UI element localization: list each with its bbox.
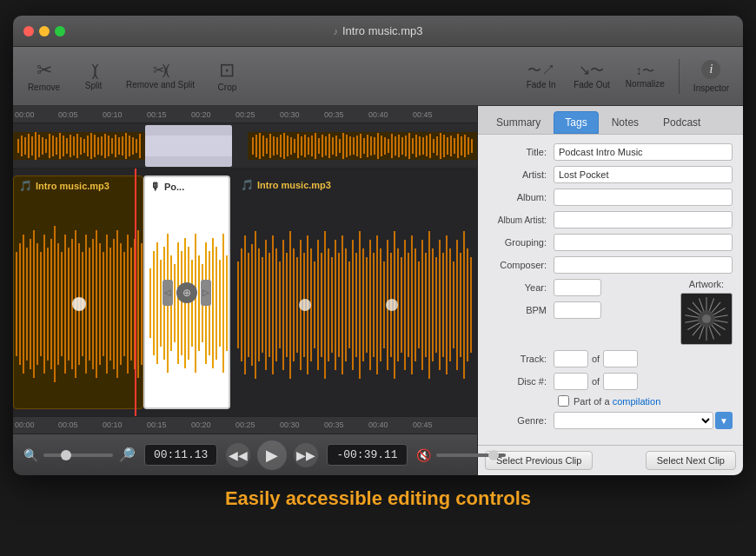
svg-point-234 [386,299,398,311]
handle-center[interactable]: ⊕ [176,282,197,303]
artwork-thumbnail[interactable] [680,293,733,345]
rewind-button[interactable]: ◀◀ [226,443,250,467]
clip-tracks[interactable]: 🎵 Intro music.mp3 [13,169,477,416]
volume-thumb[interactable] [488,450,499,460]
svg-rect-177 [279,261,281,348]
title-input[interactable] [554,143,733,161]
svg-rect-228 [456,240,458,370]
waveform-overview[interactable] [13,123,477,169]
album-field-row: Album: [488,189,733,206]
fast-forward-button[interactable]: ▶▶ [294,443,318,467]
select-next-clip-button[interactable]: Select Next Clip [646,451,736,470]
handle-right[interactable]: ▷ [201,280,211,306]
tab-podcast[interactable]: Podcast [652,111,712,134]
remove-and-split-button[interactable]: ✂)( Remove and Split [119,51,202,102]
zoom-thumb[interactable] [61,450,71,460]
title-label: Title: [488,147,554,157]
svg-rect-11 [52,136,54,156]
artist-field-row: Artist: [488,166,733,183]
minimize-button[interactable] [39,26,50,36]
artist-input[interactable] [554,166,733,183]
track-of-input[interactable] [603,350,638,367]
svg-rect-168 [248,253,249,357]
volume-icon[interactable]: 🔇 [416,448,431,462]
zoom-slider[interactable] [43,453,113,457]
svg-rect-145 [160,260,162,347]
svg-rect-31 [122,136,123,156]
disc-input[interactable] [554,373,588,390]
svg-rect-94 [440,133,441,159]
bpm-input[interactable] [554,301,601,319]
compilation-link[interactable]: compilation [613,396,661,407]
grouping-field-row: Grouping: [488,234,733,251]
svg-rect-118 [64,235,66,374]
svg-rect-89 [422,137,424,155]
svg-rect-181 [293,248,295,361]
svg-rect-113 [47,248,49,361]
composer-input[interactable] [554,256,733,274]
svg-rect-105 [19,243,21,365]
clip-center[interactable]: 🎙 Po... [143,175,230,409]
svg-rect-215 [411,235,413,374]
svg-rect-216 [414,248,416,361]
compilation-checkbox[interactable] [558,395,569,407]
svg-rect-73 [367,135,368,157]
zoom-in-icon[interactable]: 🔎 [118,447,136,463]
year-input[interactable] [554,279,601,296]
remove-button[interactable]: ✂ Remove [20,51,68,102]
svg-rect-22 [90,133,92,159]
clip-right[interactable]: 🎵 Intro music.mp3 [235,175,474,409]
toolbar-separator [679,59,680,94]
split-button[interactable]: )( Split [70,51,117,102]
album-artist-field-row: Album Artist: [488,211,733,228]
svg-rect-64 [335,136,337,156]
disc-of-input[interactable] [603,373,638,390]
svg-rect-200 [359,231,361,379]
svg-rect-160 [212,238,214,368]
album-input[interactable] [554,189,733,206]
genre-select[interactable] [554,412,713,429]
play-button[interactable]: ▶ [257,440,287,470]
maximize-button[interactable] [55,26,65,36]
svg-rect-182 [296,257,298,353]
genre-dropdown-button[interactable]: ▼ [715,412,733,429]
remove-and-split-label: Remove and Split [126,80,195,89]
svg-rect-70 [356,136,358,156]
svg-rect-130 [106,235,108,374]
track-input[interactable] [554,350,588,367]
svg-rect-61 [325,136,327,156]
playhead[interactable] [135,169,136,416]
svg-rect-223 [439,240,441,370]
grouping-input[interactable] [554,234,733,251]
volume-slider[interactable] [436,453,506,457]
svg-rect-116 [57,243,59,365]
tab-notes[interactable]: Notes [600,111,650,134]
svg-rect-179 [286,253,288,357]
clip-center-handle[interactable]: ◁ ⊕ ▷ [162,280,211,306]
svg-rect-41 [255,135,257,157]
album-artist-input[interactable] [554,211,733,228]
svg-rect-225 [446,235,448,374]
zoom-controls: 🔍 🔎 [23,447,136,463]
svg-rect-16 [70,135,71,157]
tab-tags[interactable]: Tags [554,111,598,134]
tab-summary[interactable]: Summary [485,111,552,134]
svg-rect-46 [273,136,275,156]
svg-rect-14 [63,136,64,156]
svg-rect-33 [129,136,130,156]
normalize-button[interactable]: ↕〜 Normalize [619,51,672,102]
inspector-button[interactable]: i Inspector [686,51,736,102]
grouping-label: Grouping: [488,237,554,248]
close-button[interactable] [23,26,34,36]
svg-rect-7 [38,135,40,157]
crop-button[interactable]: ⊡ Crop [203,51,251,102]
clip-left[interactable]: 🎵 Intro music.mp3 [13,175,143,409]
fade-out-button[interactable]: ↘〜 Fade Out [567,51,617,102]
fade-in-button[interactable]: 〜↗ Fade In [517,51,565,102]
svg-rect-42 [259,133,261,159]
svg-rect-47 [276,137,278,155]
zoom-out-icon[interactable]: 🔍 [23,448,38,462]
inspector-footer: Select Previous Clip Select Next Clip [478,445,743,475]
handle-left[interactable]: ◁ [162,280,173,306]
svg-rect-143 [153,251,155,355]
